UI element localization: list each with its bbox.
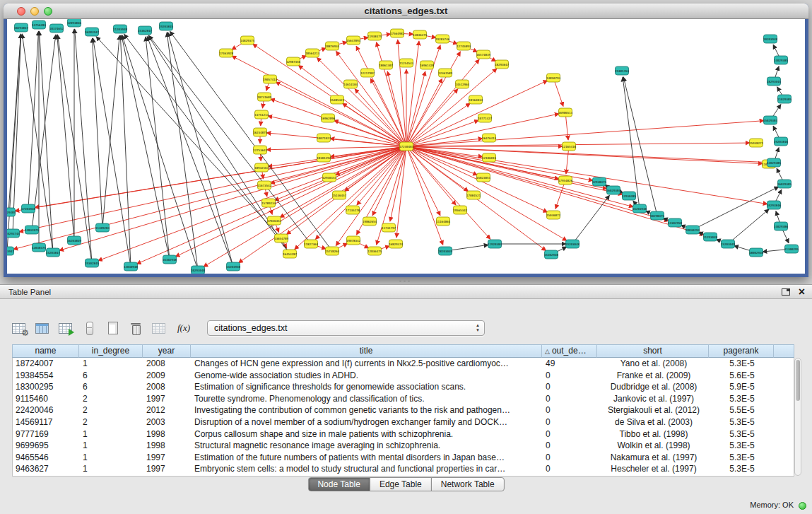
minimize-button[interactable] (30, 7, 39, 16)
network-node[interactable]: 14029386 (774, 222, 789, 230)
cell-pagerank[interactable]: 5.6E-5 (710, 370, 775, 382)
network-node[interactable]: 12030948 (124, 262, 139, 271)
citation-edge-black[interactable] (170, 31, 332, 251)
cell-year[interactable]: 2008 (143, 358, 192, 370)
network-node[interactable]: 19078342 (346, 236, 361, 245)
cell-pagerank[interactable]: 5.9E-5 (710, 381, 775, 393)
network-node[interactable]: 18164034 (469, 95, 483, 104)
import-table-icon[interactable] (151, 321, 167, 335)
cell-short[interactable]: Yano et al. (2008) (598, 358, 710, 370)
tab-network-table[interactable]: Network Table (431, 477, 505, 491)
network-node[interactable]: 12938475 (592, 177, 607, 186)
network-node[interactable]: 13846275 (413, 30, 428, 39)
cell-name[interactable]: 9463627 (13, 463, 80, 475)
select-columns-icon[interactable] (35, 321, 50, 335)
cell-year[interactable]: 1997 (143, 393, 192, 405)
citation-edge-black[interactable] (96, 37, 281, 238)
close-panel-icon[interactable]: × (799, 287, 805, 297)
cell-name[interactable]: 9115460 (13, 393, 80, 405)
network-node[interactable]: 14302958 (668, 218, 683, 227)
scrollbar-thumb[interactable] (796, 360, 800, 401)
network-node[interactable]: 12165416 (562, 142, 577, 151)
table-row[interactable]: 1830029562008Estimation of significance … (13, 381, 794, 393)
citation-edge-black[interactable] (57, 35, 92, 263)
cell-out_degree[interactable]: 0 (543, 381, 598, 393)
network-node[interactable]: 15938271 (749, 139, 764, 147)
citation-edge-black[interactable] (57, 35, 74, 240)
cell-title[interactable]: Estimation of significance thresholds fo… (192, 381, 543, 393)
network-node[interactable]: 18203049 (438, 247, 453, 255)
cell-in_degree[interactable]: 2 (80, 393, 143, 405)
network-node[interactable]: 14829375 (240, 36, 255, 45)
network-node[interactable]: 18293647 (495, 60, 510, 69)
citation-edge-red[interactable] (59, 146, 406, 250)
cell-short[interactable]: Franke et al. (2009) (598, 370, 710, 382)
network-node[interactable]: 12940154 (322, 173, 337, 182)
table-row[interactable]: 977716911998Corpus callosum shape and si… (13, 428, 794, 440)
cell-in_degree[interactable]: 1 (80, 428, 143, 440)
citation-edge-red[interactable] (406, 146, 704, 235)
column-header-year[interactable]: year (143, 344, 191, 358)
network-node[interactable]: 10293846 (767, 201, 782, 209)
network-node[interactable]: 10203948 (763, 35, 778, 43)
cell-year[interactable]: 1997 (143, 452, 192, 464)
network-node[interactable]: 16302948 (163, 255, 177, 264)
cell-out_degree[interactable]: 0 (543, 416, 598, 428)
network-node[interactable]: 17240483 (399, 142, 414, 151)
network-node[interactable]: 16234875 (253, 128, 268, 136)
window-titlebar[interactable]: citations_edges.txt (4, 4, 808, 19)
network-node[interactable]: 16203849 (67, 236, 82, 245)
citation-edge-black[interactable] (102, 35, 119, 228)
cell-name[interactable]: 19384554 (13, 370, 80, 382)
cell-title[interactable]: Changes of HCN gene expression and I(f) … (192, 358, 543, 370)
cell-short[interactable]: Stergiakouli et al. (2012) (598, 404, 710, 416)
network-node[interactable]: 11673542 (257, 181, 272, 189)
network-node[interactable]: 17026453 (267, 216, 282, 225)
cell-year[interactable]: 1997 (143, 463, 192, 475)
network-node[interactable]: 16961428 (420, 61, 435, 69)
network-canvas[interactable]: 1724048311254543180613071221798714614104… (7, 19, 805, 274)
network-node[interactable]: 10876934 (325, 42, 340, 50)
network-node[interactable]: 15362847 (138, 26, 153, 35)
cell-title[interactable]: Disruption of a novel member of a sodium… (192, 416, 543, 428)
network-node[interactable]: 15647893 (346, 36, 361, 45)
network-node[interactable]: 19057413 (263, 75, 278, 83)
citation-edge-red[interactable] (336, 51, 406, 146)
network-node[interactable]: 18061307 (379, 61, 394, 69)
zoom-button[interactable] (44, 7, 52, 16)
function-builder-icon[interactable]: f(x) (175, 321, 193, 335)
citation-edge-black[interactable] (693, 187, 779, 230)
column-header-in_degree[interactable]: in_degree (79, 344, 143, 358)
cell-name[interactable]: 18300295 (13, 381, 80, 393)
network-node[interactable]: 10293847 (14, 23, 29, 32)
cell-title[interactable]: Structural magnetic resonance image aver… (192, 440, 543, 452)
network-node[interactable]: 14832075 (25, 226, 40, 234)
cell-short[interactable]: Hescheler et al. (1997) (598, 463, 710, 475)
network-node[interactable]: 18942167 (254, 163, 269, 172)
table-row[interactable]: 911546021997Tourette syndrome. Phenomeno… (13, 393, 794, 405)
cell-name[interactable]: 22420046 (13, 404, 80, 416)
citation-edge-black[interactable] (623, 77, 640, 209)
network-node[interactable]: 15029384 (763, 116, 778, 124)
cell-out_degree[interactable]: 0 (543, 428, 598, 440)
citation-edge-red[interactable] (35, 146, 406, 208)
column-header-out_degree[interactable]: △out_de… (542, 344, 597, 358)
tab-edge-table[interactable]: Edge Table (370, 477, 432, 491)
network-node[interactable]: 17084521 (466, 191, 481, 199)
cell-year[interactable]: 2008 (143, 381, 192, 393)
cell-name[interactable]: 9777169 (13, 428, 80, 440)
network-node[interactable]: 19203048 (565, 240, 580, 248)
column-header-short[interactable]: short (597, 344, 709, 358)
network-node[interactable]: 16453287 (283, 250, 298, 258)
citation-edge-red[interactable] (13, 146, 406, 250)
network-node[interactable]: 14614104 (343, 80, 358, 88)
citation-edge-red[interactable] (406, 146, 633, 207)
citation-edge-red[interactable] (276, 82, 406, 146)
network-node[interactable]: 14850793 (546, 74, 561, 82)
cell-year[interactable]: 2009 (143, 370, 192, 382)
citation-edge-black[interactable] (728, 209, 769, 244)
network-node[interactable]: 16574839 (476, 50, 491, 59)
citation-edge-red[interactable] (406, 41, 419, 146)
network-node[interactable]: 19203845 (159, 22, 174, 30)
citation-edge-red[interactable] (175, 146, 406, 257)
